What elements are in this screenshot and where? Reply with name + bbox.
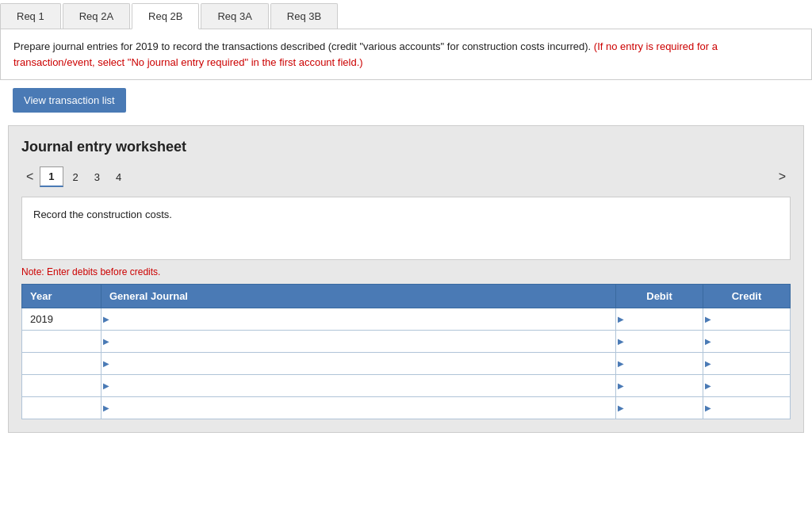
debit-input-1[interactable]: [624, 331, 703, 352]
gj-arrow-icon-4: ▶: [102, 404, 109, 412]
tab-req2a[interactable]: Req 2A: [63, 3, 130, 29]
year-cell-0: 2019: [22, 308, 102, 331]
table-row: ▶▶▶: [22, 375, 791, 397]
chevron-right-icon[interactable]: >: [774, 168, 791, 186]
credit-arrow-icon-3: ▶: [703, 381, 711, 390]
page-2-button[interactable]: 2: [65, 168, 86, 186]
description-box: Record the construction costs.: [21, 197, 791, 260]
credit-cell-1[interactable]: ▶: [703, 331, 791, 353]
credit-input-2[interactable]: [711, 353, 790, 374]
tabs-container: Req 1Req 2AReq 2BReq 3AReq 3B: [0, 0, 812, 29]
pagination: < 1 2 3 4 >: [21, 166, 791, 187]
page-4-button[interactable]: 4: [108, 168, 129, 186]
credit-arrow-icon-1: ▶: [703, 337, 711, 346]
header-debit: Debit: [616, 285, 703, 308]
gj-cell-0[interactable]: ▶: [102, 308, 616, 331]
debit-arrow-icon-1: ▶: [616, 337, 624, 346]
page-1-button[interactable]: 1: [40, 166, 63, 187]
credit-input-4[interactable]: [711, 397, 790, 419]
gj-arrow-icon-3: ▶: [102, 381, 109, 390]
tab-req1[interactable]: Req 1: [0, 3, 61, 29]
table-row: ▶▶▶: [22, 397, 791, 419]
credit-cell-2[interactable]: ▶: [703, 353, 791, 375]
gj-cell-3[interactable]: ▶: [102, 375, 616, 397]
tab-req3a[interactable]: Req 3A: [201, 3, 268, 29]
journal-table: Year General Journal Debit Credit 2019▶▶…: [21, 284, 791, 419]
chevron-left-icon[interactable]: <: [21, 168, 38, 186]
year-cell-4: [22, 397, 102, 419]
header-year: Year: [22, 285, 102, 308]
table-row: 2019▶▶▶: [22, 308, 791, 331]
debit-cell-1[interactable]: ▶: [616, 331, 703, 353]
header-credit: Credit: [703, 285, 791, 308]
gj-arrow-icon-0: ▶: [102, 315, 109, 323]
year-cell-3: [22, 375, 102, 397]
year-cell-2: [22, 353, 102, 375]
tab-req3b[interactable]: Req 3B: [270, 3, 338, 29]
gj-input-4[interactable]: [109, 397, 615, 419]
worksheet-title: Journal entry worksheet: [21, 139, 791, 155]
credit-arrow-icon-2: ▶: [703, 359, 711, 368]
gj-arrow-icon-2: ▶: [102, 359, 109, 368]
header-general-journal: General Journal: [102, 285, 616, 308]
description-text: Record the construction costs.: [33, 209, 172, 220]
gj-input-1[interactable]: [109, 331, 615, 352]
instructions-main-text: Prepare journal entries for 2019 to reco…: [13, 40, 591, 52]
debit-cell-2[interactable]: ▶: [616, 353, 703, 375]
debit-input-3[interactable]: [624, 375, 703, 396]
gj-cell-1[interactable]: ▶: [102, 331, 616, 353]
gj-input-0[interactable]: [109, 308, 615, 330]
credit-cell-4[interactable]: ▶: [703, 397, 791, 419]
debit-arrow-icon-0: ▶: [616, 315, 624, 323]
credit-input-3[interactable]: [711, 375, 790, 396]
table-row: ▶▶▶: [22, 353, 791, 375]
debit-arrow-icon-3: ▶: [616, 381, 624, 390]
debit-input-4[interactable]: [624, 397, 703, 419]
gj-cell-2[interactable]: ▶: [102, 353, 616, 375]
credit-input-0[interactable]: [711, 308, 790, 330]
debit-input-2[interactable]: [624, 353, 703, 374]
credit-arrow-icon-4: ▶: [703, 404, 711, 412]
debit-input-0[interactable]: [624, 308, 703, 330]
debit-cell-3[interactable]: ▶: [616, 375, 703, 397]
tab-req2b[interactable]: Req 2B: [132, 3, 199, 29]
debit-cell-4[interactable]: ▶: [616, 397, 703, 419]
instructions-panel: Prepare journal entries for 2019 to reco…: [0, 29, 812, 80]
credit-input-1[interactable]: [711, 331, 790, 352]
year-cell-1: [22, 331, 102, 353]
page-3-button[interactable]: 3: [86, 168, 108, 186]
worksheet-container: Journal entry worksheet < 1 2 3 4 > Reco…: [8, 125, 804, 433]
credit-cell-0[interactable]: ▶: [703, 308, 791, 331]
credit-cell-3[interactable]: ▶: [703, 375, 791, 397]
table-row: ▶▶▶: [22, 331, 791, 353]
gj-arrow-icon-1: ▶: [102, 337, 109, 346]
debit-cell-0[interactable]: ▶: [616, 308, 703, 331]
gj-cell-4[interactable]: ▶: [102, 397, 616, 419]
gj-input-3[interactable]: [109, 375, 615, 396]
credit-arrow-icon-0: ▶: [703, 315, 711, 323]
note-text: Note: Enter debits before credits.: [21, 266, 791, 277]
gj-input-2[interactable]: [109, 353, 615, 374]
debit-arrow-icon-2: ▶: [616, 359, 624, 368]
debit-arrow-icon-4: ▶: [616, 404, 624, 412]
view-transaction-button[interactable]: View transaction list: [13, 88, 126, 113]
